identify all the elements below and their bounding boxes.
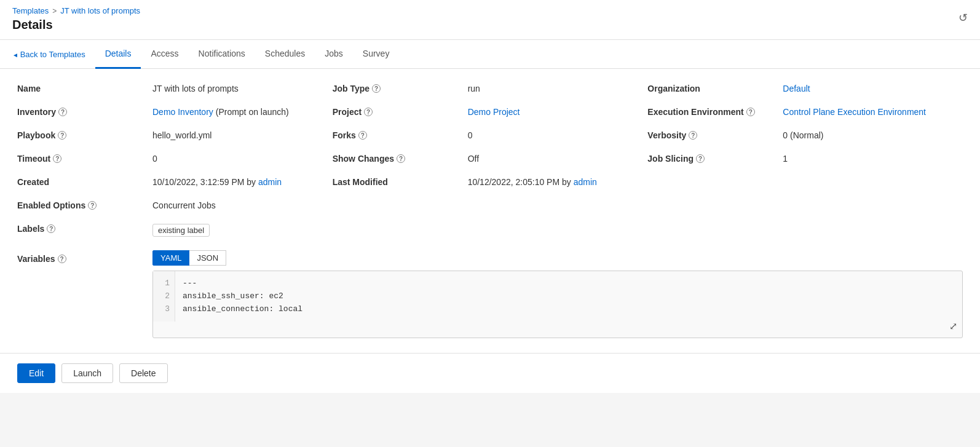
organization-value: Default (783, 84, 963, 93)
edit-button[interactable]: Edit (17, 363, 55, 383)
variables-content: YAML JSON 1 2 3 --- ansible_ (152, 250, 963, 338)
tab-access[interactable]: Access (141, 40, 188, 69)
inventory-help-icon[interactable]: ? (58, 108, 67, 116)
verbosity-value: 0 (Normal) (783, 130, 963, 140)
inventory-label: Inventory ? (17, 107, 152, 117)
expand-icon[interactable]: ⤢ (949, 320, 957, 333)
line-number-1: 1 (158, 277, 170, 290)
last-modified-value: 10/12/2022, 2:05:10 PM by admin (468, 177, 648, 187)
enabled-options-label: Enabled Options ? (17, 200, 152, 210)
variables-code-area: 1 2 3 --- ansible_ssh_user: ec2 ansible_… (152, 271, 963, 338)
tab-jobs[interactable]: Jobs (315, 40, 353, 69)
code-line-1: --- (183, 277, 302, 290)
organization-label: Organization (647, 84, 783, 93)
yaml-toggle-button[interactable]: YAML (152, 250, 189, 266)
line-numbers: 1 2 3 (153, 271, 175, 322)
timeout-value: 0 (152, 154, 333, 164)
details-panel: Name JT with lots of prompts Job Type ? … (0, 69, 980, 353)
inventory-value: Demo Inventory (Prompt on launch) (152, 107, 333, 117)
delete-button[interactable]: Delete (119, 363, 167, 383)
tab-back-to-templates[interactable]: Back to Templates (12, 41, 85, 68)
project-label: Project ? (333, 107, 468, 117)
breadcrumb-separator: > (52, 7, 57, 15)
actions-bar: Edit Launch Delete (0, 353, 980, 393)
details-grid: Name JT with lots of prompts Job Type ? … (17, 84, 963, 338)
code-line-3: ansible_connection: local (183, 303, 302, 316)
line-number-3: 3 (158, 303, 170, 316)
job-slicing-help-icon[interactable]: ? (696, 154, 705, 163)
inventory-suffix: (Prompt on launch) (216, 107, 289, 117)
job-slicing-value: 1 (783, 154, 963, 164)
tab-bar: Back to Templates Details Access Notific… (0, 40, 980, 69)
show-changes-help-icon[interactable]: ? (397, 154, 405, 163)
page-title: Details (12, 18, 968, 32)
timeout-help-icon[interactable]: ? (53, 154, 61, 163)
variables-help-icon[interactable]: ? (58, 255, 66, 263)
name-label: Name (17, 84, 152, 93)
code-lines: 1 2 3 --- ansible_ssh_user: ec2 ansible_… (153, 271, 962, 322)
show-changes-value: Off (468, 154, 648, 164)
labels-label: Labels ? (17, 224, 152, 234)
history-icon[interactable]: ↺ (958, 11, 968, 25)
organization-link[interactable]: Default (783, 84, 810, 93)
show-changes-label: Show Changes ? (333, 154, 468, 164)
code-line-2: ansible_ssh_user: ec2 (183, 290, 302, 303)
inventory-link[interactable]: Demo Inventory (152, 107, 213, 117)
last-modified-admin-link[interactable]: admin (574, 177, 597, 187)
execution-env-link[interactable]: Control Plane Execution Environment (783, 107, 926, 117)
job-slicing-label: Job Slicing ? (647, 154, 783, 164)
tab-notifications[interactable]: Notifications (189, 40, 255, 69)
created-value: 10/10/2022, 3:12:59 PM by admin (152, 177, 333, 187)
verbosity-help-icon[interactable]: ? (689, 131, 697, 140)
variables-toggle-group: YAML JSON (152, 250, 963, 266)
breadcrumb-templates-link[interactable]: Templates (12, 6, 49, 15)
tab-survey[interactable]: Survey (353, 40, 400, 69)
code-content: --- ansible_ssh_user: ec2 ansible_connec… (175, 271, 310, 322)
job-type-value: run (468, 84, 648, 93)
execution-env-label: Execution Environment ? (647, 107, 783, 117)
project-help-icon[interactable]: ? (364, 108, 373, 116)
line-number-2: 2 (158, 290, 170, 303)
created-admin-link[interactable]: admin (258, 177, 282, 187)
variables-label: Variables ? (17, 250, 152, 264)
label-tag: existing label (152, 224, 210, 237)
job-type-help-icon[interactable]: ? (372, 84, 381, 93)
name-value: JT with lots of prompts (152, 84, 333, 93)
json-toggle-button[interactable]: JSON (189, 250, 226, 266)
created-label: Created (17, 177, 152, 187)
breadcrumb: Templates > JT with lots of prompts (12, 6, 968, 15)
labels-value: existing label (152, 224, 963, 237)
execution-env-help-icon[interactable]: ? (746, 108, 755, 116)
forks-label: Forks ? (333, 130, 468, 140)
job-type-label: Job Type ? (333, 84, 468, 93)
playbook-value: hello_world.yml (152, 130, 333, 140)
enabled-options-help-icon[interactable]: ? (88, 201, 97, 210)
labels-help-icon[interactable]: ? (47, 224, 55, 233)
playbook-help-icon[interactable]: ? (58, 131, 66, 140)
playbook-label: Playbook ? (17, 130, 152, 140)
project-value: Demo Project (468, 107, 648, 117)
breadcrumb-current: JT with lots of prompts (60, 6, 140, 15)
verbosity-label: Verbosity ? (647, 130, 783, 140)
tab-details[interactable]: Details (95, 40, 141, 69)
last-modified-label: Last Modified (333, 177, 468, 187)
execution-env-value: Control Plane Execution Environment (783, 107, 963, 117)
launch-button[interactable]: Launch (61, 363, 113, 383)
project-link[interactable]: Demo Project (468, 107, 520, 117)
forks-value: 0 (468, 130, 648, 140)
timeout-label: Timeout ? (17, 154, 152, 164)
tab-schedules[interactable]: Schedules (255, 40, 315, 69)
forks-help-icon[interactable]: ? (358, 131, 367, 140)
enabled-options-value: Concurrent Jobs (152, 200, 963, 210)
